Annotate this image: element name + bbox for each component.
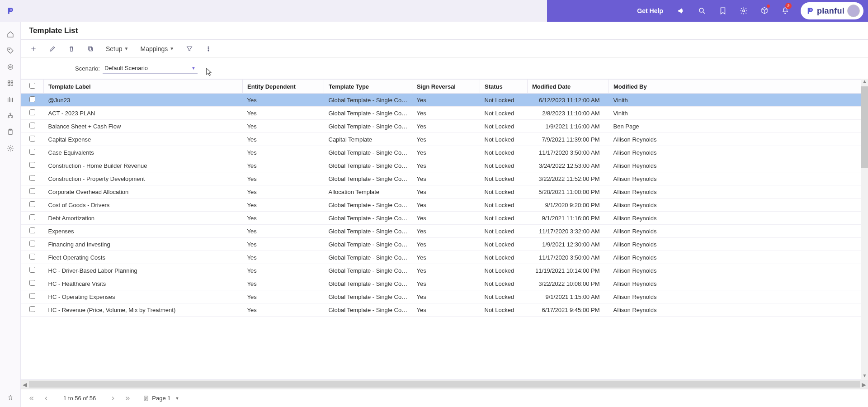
first-page-button[interactable] <box>25 392 38 405</box>
cell-status: Not Locked <box>480 146 528 159</box>
cell-sign: Yes <box>412 172 480 185</box>
next-page-button[interactable] <box>107 392 119 405</box>
svg-point-16 <box>9 147 11 149</box>
table-row[interactable]: @Jun23YesGlobal Template - Single CopyYe… <box>21 94 868 107</box>
table-row[interactable]: Debt AmortizationYesGlobal Template - Si… <box>21 212 868 225</box>
row-checkbox[interactable] <box>21 133 44 146</box>
cell-status: Not Locked <box>480 172 528 185</box>
horizontal-scrollbar[interactable]: ◀ ▶ <box>21 380 868 389</box>
table-row[interactable]: HC - Healthcare VisitsYesGlobal Template… <box>21 277 868 290</box>
table-row[interactable]: Case EquivalentsYesGlobal Template - Sin… <box>21 146 868 159</box>
cell-status: Not Locked <box>480 290 528 303</box>
cell-by: Allison Reynolds <box>609 225 868 238</box>
scroll-right-icon[interactable]: ▶ <box>860 381 868 388</box>
row-checkbox[interactable] <box>21 277 44 290</box>
row-checkbox[interactable] <box>21 172 44 185</box>
nav-tag-icon[interactable] <box>0 43 21 59</box>
notification-icon[interactable]: 2 <box>775 0 795 22</box>
add-button[interactable] <box>25 42 42 56</box>
cell-status: Not Locked <box>480 185 528 199</box>
table-row[interactable]: ACT - 2023 PLANYesGlobal Template - Sing… <box>21 107 868 120</box>
cell-sign: Yes <box>412 238 480 251</box>
settings-icon[interactable] <box>734 0 754 22</box>
header-type[interactable]: Template Type <box>324 80 412 94</box>
table-row[interactable]: Financing and InvestingYesGlobal Templat… <box>21 238 868 251</box>
cell-entity: Yes <box>243 212 324 225</box>
table-row[interactable]: HC - Revenue (Price, Volume, Mix by Trea… <box>21 303 868 317</box>
delete-button[interactable] <box>63 42 80 56</box>
row-checkbox[interactable] <box>21 107 44 120</box>
nav-apps-icon[interactable] <box>0 75 21 91</box>
row-checkbox[interactable] <box>21 185 44 199</box>
header-sign[interactable]: Sign Reversal <box>412 80 480 94</box>
setup-dropdown[interactable]: Setup ▼ <box>101 42 133 56</box>
scenario-select[interactable]: Default Scenario <box>103 63 198 74</box>
table-row[interactable]: Cost of Goods - DriversYesGlobal Templat… <box>21 199 868 212</box>
header-label[interactable]: Template Label <box>44 80 243 94</box>
mappings-dropdown[interactable]: Mappings ▼ <box>136 42 179 56</box>
cell-date: 1/9/2021 12:30:00 AM <box>528 238 609 251</box>
last-page-button[interactable] <box>121 392 134 405</box>
row-checkbox[interactable] <box>21 290 44 303</box>
get-help-link[interactable]: Get Help <box>630 0 670 22</box>
more-button[interactable] <box>200 42 217 56</box>
table-row[interactable]: Fleet Operating CostsYesGlobal Template … <box>21 251 868 264</box>
scroll-thumb[interactable] <box>29 381 860 388</box>
nav-clipboard-icon[interactable] <box>0 124 21 140</box>
nav-home-icon[interactable] <box>0 26 21 43</box>
table-row[interactable]: ExpensesYesGlobal Template - Single Copy… <box>21 225 868 238</box>
table-row[interactable]: Corporate Overhead AllocationYesAllocati… <box>21 185 868 199</box>
scroll-left-icon[interactable]: ◀ <box>21 381 29 388</box>
nav-library-icon[interactable] <box>0 91 21 108</box>
announcement-icon[interactable] <box>671 0 691 22</box>
nav-hierarchy-icon[interactable] <box>0 108 21 124</box>
row-checkbox[interactable] <box>21 303 44 317</box>
nav-target-icon[interactable] <box>0 59 21 75</box>
row-checkbox[interactable] <box>21 146 44 159</box>
header-entity[interactable]: Entity Dependent <box>243 80 324 94</box>
cube-icon[interactable] <box>755 0 774 22</box>
search-icon[interactable] <box>692 0 712 22</box>
row-checkbox[interactable] <box>21 251 44 264</box>
table-row[interactable]: Construction - Property DevelopmentYesGl… <box>21 172 868 185</box>
header-status[interactable]: Status <box>480 80 528 94</box>
copy-button[interactable] <box>82 42 99 56</box>
row-checkbox[interactable] <box>21 159 44 172</box>
prev-page-button[interactable] <box>40 392 52 405</box>
brand-pill[interactable]: planful <box>801 2 863 19</box>
nav-pin-icon[interactable] <box>0 389 20 407</box>
scroll-up-icon[interactable]: ▲ <box>861 79 868 85</box>
cell-type: Global Template - Single Copy <box>324 212 412 225</box>
scroll-thumb[interactable] <box>861 86 868 168</box>
cell-status: Not Locked <box>480 303 528 317</box>
nav-gear-icon[interactable] <box>0 140 21 156</box>
header-by[interactable]: Modified By <box>609 80 868 94</box>
row-checkbox[interactable] <box>21 199 44 212</box>
table-row[interactable]: HC - Driver-Based Labor PlanningYesGloba… <box>21 264 868 277</box>
table-row[interactable]: HC - Operating ExpensesYesGlobal Templat… <box>21 290 868 303</box>
row-checkbox[interactable] <box>21 264 44 277</box>
table-row[interactable]: Balance Sheet + Cash FlowYesGlobal Templ… <box>21 120 868 133</box>
row-checkbox[interactable] <box>21 120 44 133</box>
scroll-down-icon[interactable]: ▼ <box>861 373 868 380</box>
cell-sign: Yes <box>412 199 480 212</box>
edit-button[interactable] <box>44 42 61 56</box>
row-checkbox[interactable] <box>21 94 44 107</box>
cell-sign: Yes <box>412 185 480 199</box>
header-checkbox[interactable] <box>21 80 44 94</box>
cell-label: Construction - Home Builder Revenue <box>44 159 243 172</box>
page-select[interactable]: Page 1 ▼ <box>143 395 179 402</box>
cell-entity: Yes <box>243 185 324 199</box>
row-checkbox[interactable] <box>21 238 44 251</box>
vertical-scrollbar[interactable]: ▲ ▼ <box>861 79 868 380</box>
row-checkbox[interactable] <box>21 225 44 238</box>
avatar[interactable] <box>847 5 860 17</box>
table-row[interactable]: Capital ExpenseYesCapital TemplateYesNot… <box>21 133 868 146</box>
bookmark-icon[interactable] <box>713 0 733 22</box>
header-date[interactable]: Modified Date <box>528 80 609 94</box>
filter-button[interactable] <box>181 42 198 56</box>
svg-rect-9 <box>8 84 10 85</box>
cell-type: Capital Template <box>324 133 412 146</box>
row-checkbox[interactable] <box>21 212 44 225</box>
table-row[interactable]: Construction - Home Builder RevenueYesGl… <box>21 159 868 172</box>
